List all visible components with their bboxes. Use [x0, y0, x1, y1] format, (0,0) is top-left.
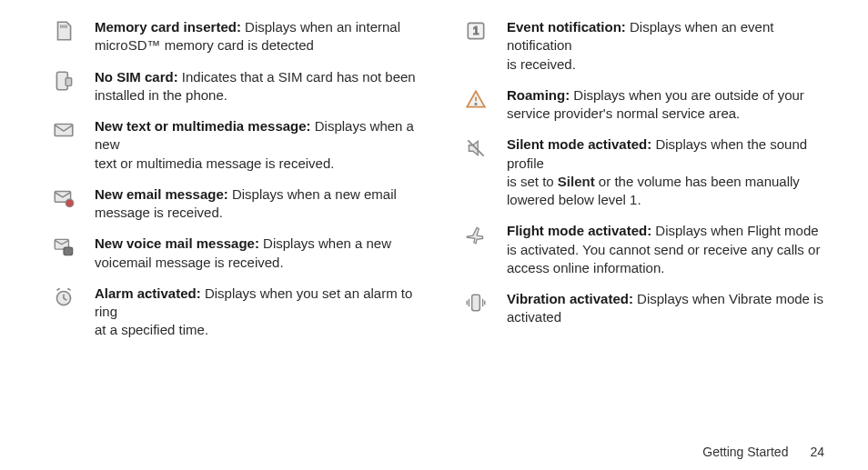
entry-no-sim: No SIM card: Indicates that a SIM card h… [51, 68, 419, 105]
svg-point-10 [475, 103, 477, 105]
event-notification-icon: 1 [463, 18, 489, 44]
entry-memory-card: Memory card inserted: Displays when an i… [51, 18, 419, 55]
entry-flight-mode: Flight mode activated: Displays when Fli… [463, 222, 832, 277]
svg-point-4 [66, 199, 74, 207]
svg-rect-11 [472, 295, 480, 310]
new-message-icon [51, 117, 76, 143]
entry-title: New voice mail message: [95, 235, 259, 251]
entry-silent-mode: Silent mode activated: Displays when the… [463, 135, 832, 209]
entry-text: Alarm activated: Displays when you set a… [95, 285, 419, 340]
memory-card-icon [51, 18, 76, 44]
entry-vibration: Vibration activated: Displays when Vibra… [463, 290, 832, 327]
entry-text: Vibration activated: Displays when Vibra… [507, 290, 832, 327]
entry-body-line2: at a specified time. [95, 322, 208, 337]
page-footer: Getting Started 24 [51, 445, 832, 459]
entry-new-message: New text or multimedia message: Displays… [51, 117, 419, 173]
entry-text: Flight mode activated: Displays when Fli… [507, 222, 832, 277]
footer-section: Getting Started [702, 445, 788, 459]
footer-page-number: 24 [810, 445, 824, 459]
entry-title: Flight mode activated: [507, 223, 651, 238]
entry-title: Memory card inserted: [95, 19, 241, 35]
right-column: 1 Event notification: Displays when an e… [463, 18, 832, 445]
entry-body-bold: Silent [558, 174, 595, 189]
entry-title: New text or multimedia message: [95, 118, 311, 134]
entry-body-line2a: is set to [507, 174, 558, 189]
entry-title: Silent mode activated: [507, 136, 651, 152]
entry-text: New text or multimedia message: Displays… [95, 117, 419, 173]
entry-title: No SIM card: [95, 69, 178, 85]
entry-text: New email message: Displays when a new e… [95, 185, 419, 223]
entry-roaming: Roaming: Displays when you are outside o… [463, 86, 832, 124]
entry-title: Alarm activated: [95, 285, 201, 301]
svg-rect-2 [55, 125, 73, 136]
entry-text: Silent mode activated: Displays when the… [507, 135, 832, 209]
entry-new-email: New email message: Displays when a new e… [51, 185, 419, 223]
entry-title: Vibration activated: [507, 291, 633, 306]
entry-text: Memory card inserted: Displays when an i… [95, 18, 419, 55]
svg-rect-6 [64, 247, 73, 255]
entry-body-line2: text or multimedia message is received. [95, 155, 334, 171]
silent-mode-icon [463, 135, 489, 161]
two-column-layout: Memory card inserted: Displays when an i… [51, 18, 832, 445]
entry-title: New email message: [95, 186, 228, 202]
entry-text: No SIM card: Indicates that a SIM card h… [95, 68, 419, 105]
flight-mode-icon [463, 222, 489, 247]
entry-body-line2: is received. [507, 56, 576, 72]
entry-text: Event notification: Displays when an eve… [507, 18, 832, 74]
new-voicemail-icon [51, 235, 76, 260]
entry-alarm: Alarm activated: Displays when you set a… [51, 285, 419, 340]
left-column: Memory card inserted: Displays when an i… [51, 18, 419, 445]
svg-text:1: 1 [473, 25, 479, 37]
svg-rect-1 [66, 77, 72, 85]
roaming-icon [463, 86, 489, 112]
entry-text: Roaming: Displays when you are outside o… [507, 86, 832, 124]
new-email-icon [51, 185, 76, 211]
alarm-icon [51, 285, 76, 310]
entry-title: Roaming: [507, 87, 570, 103]
entry-new-voicemail: New voice mail message: Displays when a … [51, 235, 419, 272]
entry-text: New voice mail message: Displays when a … [95, 235, 419, 272]
document-page: Memory card inserted: Displays when an i… [0, 0, 868, 470]
vibration-icon [463, 290, 489, 315]
no-sim-icon [51, 68, 76, 94]
entry-event-notification: 1 Event notification: Displays when an e… [463, 18, 832, 74]
entry-title: Event notification: [507, 19, 626, 35]
